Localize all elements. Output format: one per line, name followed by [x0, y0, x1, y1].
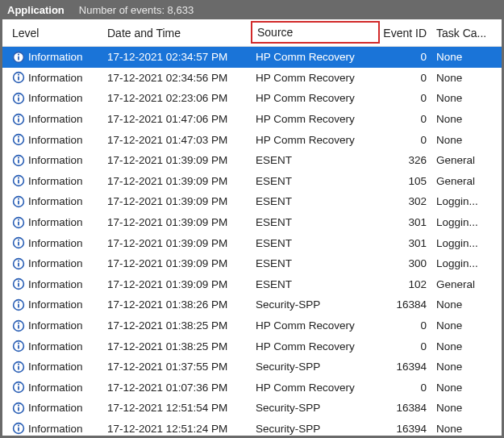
cell-source: HP Comm Recovery — [251, 47, 380, 68]
cell-event-id: 16394 — [380, 357, 431, 378]
svg-point-11 — [18, 115, 19, 117]
cell-level: Information — [7, 274, 102, 295]
cell-source: ESENT — [251, 212, 380, 233]
table-row[interactable]: Information17-12-2021 01:39:09 PMESENT10… — [2, 171, 502, 192]
cell-date: 17-12-2021 01:38:25 PM — [102, 336, 251, 357]
cell-date: 17-12-2021 01:38:26 PM — [102, 294, 251, 315]
cell-date: 17-12-2021 01:39:09 PM — [102, 232, 251, 253]
cell-event-id: 0 — [380, 336, 431, 357]
table-row[interactable]: Information17-12-2021 01:07:36 PMHP Comm… — [2, 378, 502, 398]
cell-level: Information — [7, 150, 102, 171]
cell-task: None — [431, 109, 497, 130]
table-row[interactable]: Information17-12-2021 01:38:26 PMSecurit… — [2, 294, 502, 315]
titlebar: Application Number of events: 8,633 — [2, 0, 502, 19]
table-row[interactable]: Information17-12-2021 02:34:57 PMHP Comm… — [2, 47, 502, 68]
level-text: Information — [28, 423, 83, 435]
column-header-level[interactable]: Level — [7, 19, 102, 46]
information-icon — [12, 195, 25, 208]
cell-date: 17-12-2021 01:39:09 PM — [102, 191, 251, 212]
information-icon — [12, 71, 25, 84]
level-text: Information — [28, 278, 83, 290]
table-row[interactable]: Information17-12-2021 01:39:09 PMESENT10… — [2, 274, 502, 295]
information-icon — [12, 402, 25, 415]
information-icon — [12, 381, 25, 394]
table-row[interactable]: Information17-12-2021 01:47:03 PMHP Comm… — [2, 129, 502, 150]
cell-event-id: 0 — [380, 129, 431, 150]
cell-source: ESENT — [251, 150, 380, 171]
cell-level: Information — [7, 357, 102, 378]
table-row[interactable]: Information17-12-2021 01:39:09 PMESENT30… — [2, 253, 502, 274]
information-icon — [12, 154, 25, 167]
table-row[interactable]: Information17-12-2021 01:38:25 PMHP Comm… — [2, 315, 502, 336]
svg-rect-16 — [18, 159, 19, 163]
table-row[interactable]: Information17-12-2021 01:39:09 PMESENT30… — [2, 191, 502, 212]
svg-rect-4 — [18, 77, 19, 81]
cell-event-id: 0 — [380, 68, 431, 89]
svg-point-5 — [18, 74, 19, 76]
cell-source: ESENT — [251, 171, 380, 192]
cell-event-id: 0 — [380, 315, 431, 336]
information-icon — [12, 422, 25, 435]
svg-rect-43 — [18, 345, 19, 349]
cell-source: HP Comm Recovery — [251, 336, 380, 357]
information-icon — [12, 236, 25, 249]
information-icon — [12, 51, 25, 64]
event-list[interactable]: Information17-12-2021 02:34:57 PMHP Comm… — [2, 47, 502, 436]
svg-rect-34 — [18, 283, 19, 287]
information-icon — [12, 216, 25, 229]
cell-level: Information — [7, 88, 102, 109]
cell-level: Information — [7, 171, 102, 192]
cell-source: Security-SPP — [251, 357, 380, 378]
column-header-date[interactable]: Date and Time — [102, 19, 251, 46]
svg-rect-55 — [18, 428, 19, 432]
svg-rect-10 — [18, 118, 19, 122]
cell-event-id: 0 — [380, 109, 431, 130]
svg-rect-46 — [18, 365, 19, 369]
cell-source: ESENT — [251, 253, 380, 274]
cell-date: 17-12-2021 01:47:03 PM — [102, 129, 251, 150]
information-icon — [12, 340, 25, 352]
cell-source: Security-SPP — [251, 398, 380, 419]
column-header-task[interactable]: Task Ca... — [431, 19, 497, 46]
svg-point-8 — [18, 95, 19, 97]
information-icon — [12, 257, 25, 270]
cell-event-id: 0 — [380, 88, 431, 109]
cell-task: None — [431, 294, 497, 315]
svg-point-20 — [18, 177, 19, 179]
cell-task: None — [431, 315, 497, 336]
cell-level: Information — [7, 212, 102, 233]
cell-event-id: 301 — [380, 212, 431, 233]
table-row[interactable]: Information17-12-2021 01:37:55 PMSecurit… — [2, 357, 502, 378]
cell-level: Information — [7, 419, 102, 436]
svg-point-56 — [18, 425, 19, 427]
table-row[interactable]: Information17-12-2021 01:47:06 PMHP Comm… — [2, 109, 502, 130]
cell-task: Loggin... — [431, 232, 497, 253]
table-row[interactable]: Information17-12-2021 12:51:24 PMSecurit… — [2, 419, 502, 436]
cell-event-id: 16394 — [380, 419, 431, 436]
level-text: Information — [28, 154, 83, 166]
table-row[interactable]: Information17-12-2021 02:23:06 PMHP Comm… — [2, 88, 502, 109]
svg-rect-1 — [18, 56, 19, 60]
svg-point-41 — [18, 322, 19, 323]
column-header-event-id[interactable]: Event ID — [380, 19, 431, 46]
column-header-source[interactable]: Source — [251, 21, 380, 44]
cell-event-id: 326 — [380, 150, 431, 171]
table-row[interactable]: Information17-12-2021 01:38:25 PMHP Comm… — [2, 336, 502, 357]
table-row[interactable]: Information17-12-2021 01:39:09 PMESENT32… — [2, 150, 502, 171]
table-row[interactable]: Information17-12-2021 01:39:09 PMESENT30… — [2, 212, 502, 233]
svg-point-32 — [18, 260, 19, 261]
svg-point-44 — [18, 343, 19, 344]
table-row[interactable]: Information17-12-2021 01:39:09 PMESENT30… — [2, 232, 502, 253]
cell-event-id: 102 — [380, 274, 431, 295]
svg-rect-7 — [18, 98, 19, 102]
table-row[interactable]: Information17-12-2021 12:51:54 PMSecurit… — [2, 398, 502, 419]
level-text: Information — [28, 175, 83, 187]
cell-source: Security-SPP — [251, 294, 380, 315]
cell-level: Information — [7, 315, 102, 336]
cell-source: Security-SPP — [251, 419, 380, 436]
cell-level: Information — [7, 191, 102, 212]
cell-date: 17-12-2021 02:34:56 PM — [102, 68, 251, 89]
table-row[interactable]: Information17-12-2021 02:34:56 PMHP Comm… — [2, 68, 502, 89]
cell-level: Information — [7, 378, 102, 398]
cell-event-id: 0 — [380, 378, 431, 398]
